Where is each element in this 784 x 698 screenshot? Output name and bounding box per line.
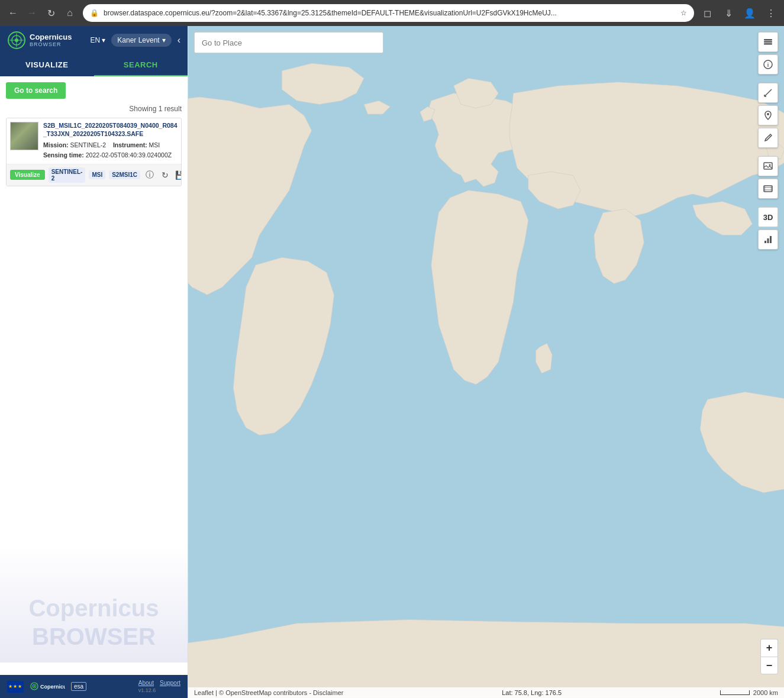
zoom-controls: + − [760,639,778,674]
result-title: S2B_MSIL1C_20220205T084039_N0400_R084_T3… [43,122,178,138]
info-icon: i [763,59,773,70]
toolbar-separator-1 [758,77,778,80]
save-action-button[interactable]: 💾 [175,169,182,181]
film-button[interactable] [758,179,778,199]
main-layout: Copernicus BROWSER EN ▾ Kaner Levent ▾ ‹… [0,26,784,698]
footer-version: v1.12.6 [138,687,180,693]
film-icon [763,183,773,194]
sensing-label: Sensing time: [43,151,84,159]
lang-selector[interactable]: EN ▾ [91,36,106,44]
mission-label: Mission: [43,141,69,148]
forward-button[interactable]: → [24,5,40,21]
svg-line-19 [769,135,770,137]
world-map-svg [188,26,784,698]
result-actions: Visualize SENTINEL-2 MSI S2MSI1C ⓘ ↻ 💾 ⇓ [7,164,181,186]
map-scale: 2000 km [720,689,778,696]
map-toolbar-right: i [758,32,778,250]
location-icon [763,110,773,121]
map-attribution: Leaflet | © OpenStreetMap contributors -… [188,687,784,698]
tag-msi: MSI [89,170,105,179]
reload-button[interactable]: ↻ [43,5,59,21]
zoom-out-button[interactable]: − [760,657,778,674]
svg-rect-10 [764,43,772,45]
profile-button[interactable]: 👤 [741,5,758,21]
star-icon[interactable]: ☆ [680,9,687,17]
svg-line-15 [764,89,772,96]
measure-button[interactable] [758,83,778,103]
3d-button[interactable]: 3D [758,207,778,227]
layers-button[interactable] [758,32,778,52]
svg-rect-12 [764,39,772,41]
logo-brand: Copernicus [30,33,72,41]
svg-point-21 [769,164,771,166]
toolbar-separator-2 [758,150,778,154]
svg-text:i: i [767,62,769,68]
about-link[interactable]: About [138,680,154,686]
result-info: S2B_MSIL1C_20220205T084039_N0400_R084_T3… [43,122,178,160]
user-arrow: ▾ [162,36,166,44]
footer-esa-logo: esa [71,682,86,691]
svg-rect-11 [764,41,772,43]
instrument-value: MSI [149,141,160,148]
nav-tabs: VISUALIZE SEARCH [0,54,188,76]
attribution-text: Leaflet | © OpenStreetMap contributors -… [194,689,343,696]
image-search-icon [763,161,773,172]
info-action-button[interactable]: ⓘ [144,169,156,181]
menu-button[interactable]: ⋮ [763,5,779,21]
toolbar-separator-3 [758,201,778,205]
result-card-top: S2B_MSIL1C_20220205T084039_N0400_R084_T3… [7,118,181,164]
layers-icon [763,37,773,47]
attribution-links: Leaflet | © OpenStreetMap contributors -… [194,689,343,696]
visualize-button[interactable]: Visualize [10,170,45,180]
tab-search[interactable]: SEARCH [94,54,188,76]
header-controls: EN ▾ Kaner Levent ▾ ‹ [91,34,180,47]
scale-bar [720,690,750,695]
support-link[interactable]: Support [160,680,180,686]
back-button[interactable]: ← [5,5,21,21]
svg-rect-23 [764,186,766,192]
action-icons: ⓘ ↻ 💾 ⇓ [144,169,182,181]
tag-s2msi1c: S2MSI1C [109,170,140,179]
map-search-input[interactable] [194,32,383,53]
sidebar-back-button[interactable]: ‹ [178,35,180,46]
extensions-button[interactable]: ◻ [699,5,715,21]
home-button[interactable]: ⌂ [62,5,78,21]
thumbnail-image [11,122,38,150]
sidebar-watermark: CopernicusBROWSER [0,544,188,663]
draw-button[interactable] [758,128,778,148]
user-menu-button[interactable]: Kaner Levent ▾ [111,34,171,47]
map-search-bar [194,32,748,53]
compare-action-button[interactable]: ↻ [159,169,171,181]
svg-point-18 [767,113,769,115]
logo-area: Copernicus BROWSER [7,31,72,50]
map-area[interactable]: i [188,26,784,698]
mission-value: SENTINEL-2 [70,141,107,148]
logo-sub: BROWSER [30,41,72,47]
copernicus-footer-icon: Copernicus [30,681,65,691]
tag-sentinel2: SENTINEL-2 [49,167,86,183]
svg-rect-27 [764,241,766,243]
chart-button[interactable] [758,230,778,250]
sidebar-header: Copernicus BROWSER EN ▾ Kaner Levent ▾ ‹ [0,26,188,54]
zoom-in-button[interactable]: + [760,639,778,657]
svg-rect-28 [767,238,769,243]
measure-icon [763,88,773,98]
result-meta: Mission: SENTINEL-2 Instrument: MSI Sens… [43,140,178,160]
result-card: S2B_MSIL1C_20220205T084039_N0400_R084_T3… [6,118,182,186]
go-to-search-button[interactable]: Go to search [6,82,66,99]
download-button[interactable]: ⇓ [720,5,737,21]
search-content: Go to search Showing 1 result S2B_MSIL1C… [0,76,188,197]
lang-text: EN [91,36,101,44]
location-button[interactable] [758,105,778,125]
tab-visualize[interactable]: VISUALIZE [0,54,94,76]
info-button[interactable]: i [758,54,778,75]
user-name: Kaner Levent [117,36,159,44]
footer-logos: ★★★ Copernicus esa [7,681,86,693]
eu-flag-icon: ★★★ [7,681,24,693]
address-bar[interactable]: 🔒 browser.dataspace.copernicus.eu/?zoom=… [83,4,694,22]
svg-point-7 [34,685,35,686]
footer-copernicus-logo: Copernicus [30,681,65,692]
image-search-button[interactable] [758,156,778,176]
eu-stars: ★★★ [8,684,22,689]
sensing-value: 2022-02-05T08:40:39.024000Z [86,151,172,159]
